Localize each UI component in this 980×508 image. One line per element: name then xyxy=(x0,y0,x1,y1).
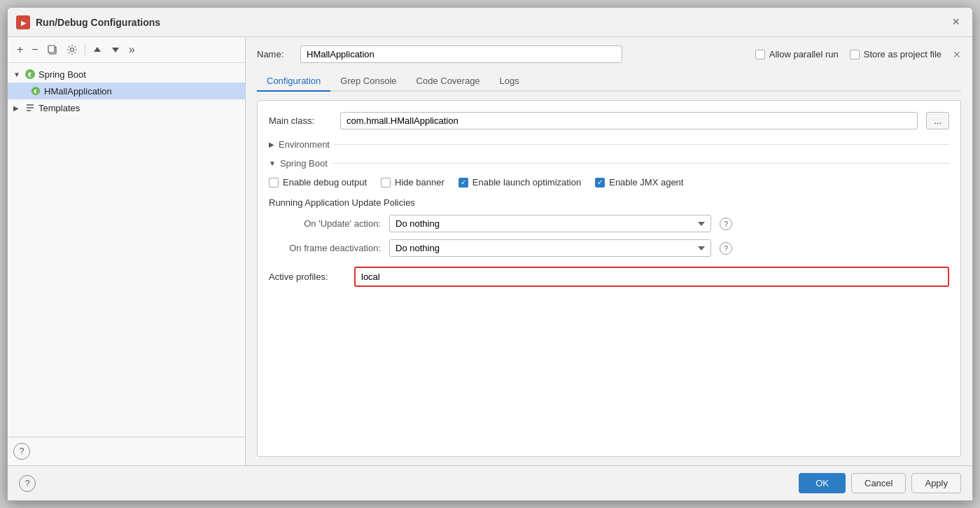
frame-deactivation-row: On frame deactivation: Do nothing Update… xyxy=(269,239,949,257)
templates-label: Templates xyxy=(38,103,80,113)
footer-left: ? xyxy=(19,475,36,492)
name-input[interactable] xyxy=(300,45,622,63)
springboot-group-icon xyxy=(24,69,36,80)
policies-section: Running Application Update Policies On '… xyxy=(269,197,949,257)
store-x-button[interactable]: ✕ xyxy=(953,49,961,60)
tree-arrow-springboot: ▼ xyxy=(13,71,22,78)
svg-rect-3 xyxy=(48,45,55,52)
active-profiles-row: Active profiles: xyxy=(269,267,949,287)
gear-icon xyxy=(66,44,78,55)
allow-parallel-checkbox[interactable] xyxy=(755,50,765,59)
left-panel: + − » ▼ xyxy=(8,37,246,465)
copy-icon xyxy=(47,44,58,55)
frame-deactivation-label: On frame deactivation: xyxy=(269,243,381,253)
allow-parallel-label: Allow parallel run xyxy=(769,49,839,59)
frame-deactivation-select[interactable]: Do nothing Update classes and resources … xyxy=(389,239,711,257)
tree-arrow-templates: ▶ xyxy=(13,104,22,112)
springboot-section: ▼ Spring Boot Enable debug output Hide b… xyxy=(269,158,949,287)
allow-parallel-group: Allow parallel run xyxy=(755,49,839,59)
main-content: + − » ▼ xyxy=(8,37,972,465)
store-project-checkbox[interactable] xyxy=(850,50,860,59)
enable-jmx-checkbox[interactable]: ✓ xyxy=(595,178,605,188)
footer-help-button[interactable]: ? xyxy=(19,475,36,492)
environment-line xyxy=(334,144,949,145)
enable-launch-item: ✓ Enable launch optimization xyxy=(458,177,581,188)
springboot-line xyxy=(332,163,949,164)
springboot-group-label: Spring Boot xyxy=(38,69,86,80)
active-profiles-input[interactable] xyxy=(354,267,949,287)
enable-jmx-item: ✓ Enable JMX agent xyxy=(595,177,683,188)
add-button[interactable]: + xyxy=(13,41,27,58)
springboot-app-icon xyxy=(30,85,41,97)
hide-banner-label: Hide banner xyxy=(395,177,444,188)
main-class-row: Main class: ... xyxy=(269,112,949,129)
active-profiles-label: Active profiles: xyxy=(269,271,346,282)
tree-item-springboot[interactable]: ▼ Spring Boot xyxy=(8,66,245,83)
main-class-input[interactable] xyxy=(340,112,918,129)
templates-icon xyxy=(24,102,36,113)
remove-button[interactable]: − xyxy=(28,41,41,58)
name-row: Name: Allow parallel run Store as projec… xyxy=(257,45,961,63)
tree-item-hmall[interactable]: HMallApplication xyxy=(8,83,245,99)
toolbar-separator xyxy=(85,44,85,55)
down-icon xyxy=(111,45,120,55)
enable-debug-label: Enable debug output xyxy=(283,177,367,188)
springboot-arrow[interactable]: ▼ xyxy=(269,160,276,167)
frame-deactivation-help[interactable]: ? xyxy=(720,242,732,255)
tab-configuration[interactable]: Configuration xyxy=(257,71,330,92)
bottom-bar-left: ? xyxy=(8,437,245,465)
update-action-help[interactable]: ? xyxy=(720,218,732,230)
hide-banner-checkbox[interactable] xyxy=(381,178,391,188)
update-action-select[interactable]: Do nothing Update classes and resources … xyxy=(389,215,711,232)
name-label: Name: xyxy=(257,49,292,59)
store-project-label: Store as project file xyxy=(864,49,941,59)
right-options: Allow parallel run Store as project file… xyxy=(755,49,961,60)
springboot-checkboxes: Enable debug output Hide banner ✓ Enable… xyxy=(269,177,949,188)
right-panel: Name: Allow parallel run Store as projec… xyxy=(246,37,972,465)
environment-arrow[interactable]: ▶ xyxy=(269,141,274,148)
more-button[interactable]: » xyxy=(125,41,139,58)
svg-text:▶: ▶ xyxy=(21,20,27,27)
settings-button[interactable] xyxy=(63,42,81,57)
toolbar: + − » xyxy=(8,37,245,63)
up-button[interactable] xyxy=(89,43,106,57)
springboot-section-header: ▼ Spring Boot xyxy=(269,158,949,169)
hide-banner-item: Hide banner xyxy=(381,177,444,188)
close-button[interactable]: × xyxy=(948,13,964,31)
title-bar: ▶ Run/Debug Configurations × xyxy=(8,8,972,37)
main-class-label: Main class: xyxy=(269,115,332,126)
dialog-footer: ? OK Cancel Apply xyxy=(8,465,972,500)
update-action-row: On 'Update' action: Do nothing Update cl… xyxy=(269,215,949,232)
run-debug-dialog: ▶ Run/Debug Configurations × + − xyxy=(7,7,973,501)
enable-launch-checkbox[interactable]: ✓ xyxy=(458,178,468,188)
tabs: Configuration Grep Console Code Coverage… xyxy=(257,71,961,92)
apply-button[interactable]: Apply xyxy=(911,473,961,493)
dialog-title: Run/Debug Configurations xyxy=(36,17,160,28)
ok-button[interactable]: OK xyxy=(799,473,846,493)
tree-panel: ▼ Spring Boot HMallApplication ▶ xyxy=(8,63,245,437)
cancel-button[interactable]: Cancel xyxy=(851,473,906,493)
enable-debug-checkbox[interactable] xyxy=(269,178,279,188)
store-project-group: Store as project file xyxy=(850,49,941,59)
up-icon xyxy=(92,45,102,55)
help-button[interactable]: ? xyxy=(13,443,30,460)
config-panel: Main class: ... ▶ Environment ▼ Spring B… xyxy=(257,100,961,457)
tab-logs[interactable]: Logs xyxy=(490,71,529,92)
policies-title: Running Application Update Policies xyxy=(269,197,949,208)
enable-debug-item: Enable debug output xyxy=(269,177,367,188)
enable-jmx-label: Enable JMX agent xyxy=(609,177,683,188)
footer-right: OK Cancel Apply xyxy=(799,473,961,493)
tab-grep-console[interactable]: Grep Console xyxy=(330,71,406,92)
springboot-section-label: Spring Boot xyxy=(280,158,328,169)
tab-code-coverage[interactable]: Code Coverage xyxy=(407,71,490,92)
app-icon: ▶ xyxy=(16,15,30,29)
environment-section-header: ▶ Environment xyxy=(269,139,949,150)
svg-point-4 xyxy=(70,48,74,52)
tree-item-templates[interactable]: ▶ Templates xyxy=(8,99,245,116)
enable-launch-label: Enable launch optimization xyxy=(472,177,581,188)
main-class-browse-button[interactable]: ... xyxy=(926,112,949,129)
environment-label: Environment xyxy=(279,139,330,150)
copy-button[interactable] xyxy=(43,42,62,57)
down-button[interactable] xyxy=(107,43,124,57)
update-action-label: On 'Update' action: xyxy=(269,218,381,229)
